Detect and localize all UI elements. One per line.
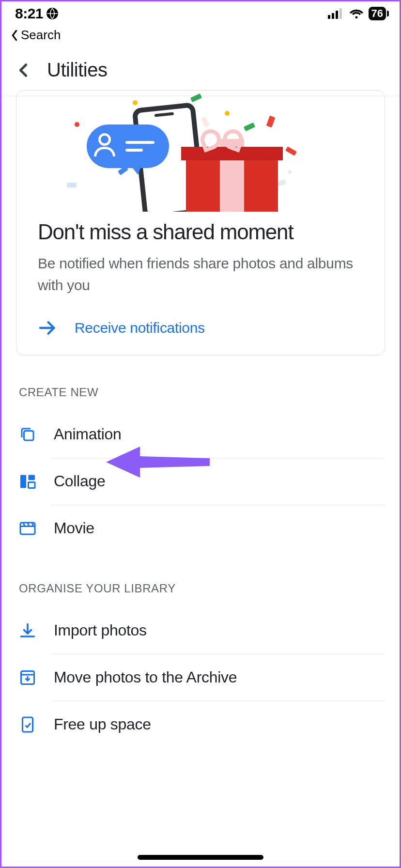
download-icon [19, 622, 36, 639]
section-heading-organise: ORGANISE YOUR LIBRARY [19, 582, 385, 595]
list-label: Import photos [54, 621, 147, 639]
back-button[interactable] [13, 60, 33, 80]
status-time: 8:21 [15, 5, 43, 22]
free-up-space-icon [19, 716, 36, 733]
page-title: Utilities [47, 59, 107, 81]
battery-level: 76 [371, 7, 383, 20]
list-item-movie[interactable]: Movie [16, 505, 385, 552]
promo-subtitle: Be notified when friends share photos an… [38, 252, 363, 296]
list-item-archive[interactable]: Move photos to the Archive [16, 654, 385, 701]
nav-header: Utilities [1, 47, 400, 96]
breadcrumb[interactable]: Search [1, 26, 400, 47]
collage-icon [19, 473, 36, 490]
animation-icon [19, 426, 36, 443]
list-label: Collage [54, 472, 105, 490]
svg-rect-13 [23, 717, 33, 732]
svg-rect-2 [332, 13, 334, 19]
battery-indicator: 76 [369, 7, 386, 20]
list-item-animation[interactable]: Animation [16, 411, 385, 458]
list-item-collage[interactable]: Collage [16, 458, 385, 505]
svg-rect-1 [328, 15, 330, 19]
status-left: 8:21 [15, 5, 59, 22]
svg-rect-6 [24, 431, 34, 440]
section-heading-create: CREATE NEW [19, 386, 385, 399]
receive-notifications-button[interactable]: Receive notifications [16, 318, 385, 338]
svg-rect-3 [336, 11, 338, 19]
promo-action-label: Receive notifications [75, 320, 205, 336]
chevron-left-icon [11, 30, 18, 41]
list-item-import-photos[interactable]: Import photos [16, 607, 385, 654]
list-item-free-up-space[interactable]: Free up space [16, 701, 385, 748]
archive-icon [19, 669, 36, 686]
arrow-right-icon [38, 318, 57, 338]
list-label: Free up space [54, 715, 151, 733]
svg-rect-7 [20, 475, 26, 488]
list-label: Movie [54, 519, 94, 537]
breadcrumb-label: Search [21, 28, 61, 43]
svg-rect-8 [29, 475, 35, 480]
promo-title: Don't miss a shared moment [38, 220, 363, 244]
movie-icon [19, 520, 36, 537]
list-label: Move photos to the Archive [54, 668, 237, 686]
home-indicator[interactable] [138, 855, 263, 860]
promo-card: Don't miss a shared moment Be notified w… [16, 90, 385, 356]
promo-illustration [16, 91, 385, 212]
status-right: 76 [328, 7, 386, 20]
wifi-icon [348, 7, 365, 20]
cellular-signal-icon [328, 7, 344, 20]
status-bar: 8:21 76 [1, 1, 400, 26]
list-label: Animation [54, 425, 122, 443]
globe-icon [46, 7, 59, 20]
svg-rect-4 [339, 8, 342, 19]
svg-rect-9 [29, 482, 35, 488]
chevron-left-icon [15, 62, 31, 78]
